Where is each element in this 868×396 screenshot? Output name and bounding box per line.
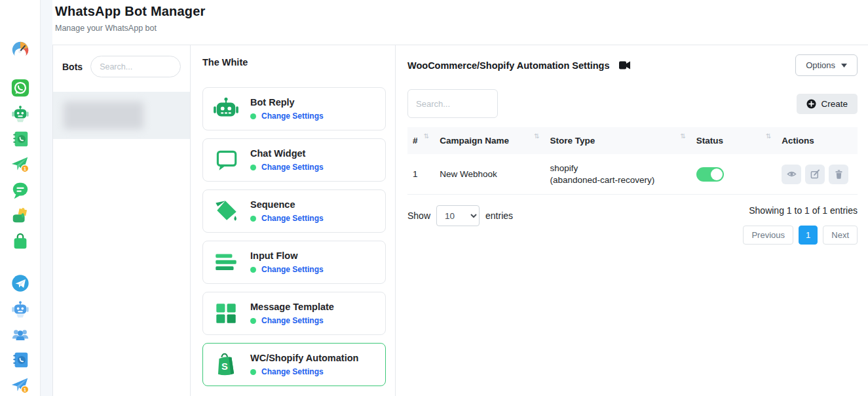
column-header-status[interactable]: Status ⇅ bbox=[691, 127, 777, 154]
menu-card-title: Bot Reply bbox=[250, 97, 324, 108]
change-settings-link[interactable]: Change Settings bbox=[261, 367, 324, 376]
trash-icon bbox=[834, 169, 844, 179]
whatsapp-contacts-icon[interactable] bbox=[10, 129, 31, 149]
sort-icon: ⇅ bbox=[766, 132, 771, 140]
main-content: WhatsApp Bot Manager Manage your WhatsAp… bbox=[52, 0, 868, 396]
create-button-label: Create bbox=[821, 99, 848, 109]
page-1-button[interactable]: 1 bbox=[799, 226, 818, 245]
entries-per-page-select[interactable]: 10 bbox=[436, 205, 480, 226]
menu-card-input-flow[interactable]: Input Flow Change Settings bbox=[202, 241, 386, 284]
pagination: Previous 1 Next bbox=[743, 226, 858, 245]
icon-sidebar: 1 bbox=[0, 0, 41, 396]
bots-search-input[interactable] bbox=[90, 56, 181, 77]
sort-icon: ⇅ bbox=[424, 132, 429, 140]
sequence-icon bbox=[211, 196, 241, 226]
automation-table: # ⇅ Campaign Name ⇅ Store Type ⇅ Status … bbox=[407, 127, 858, 195]
create-button[interactable]: Create bbox=[797, 94, 858, 114]
menu-card-message-template[interactable]: Message Template Change Settings bbox=[202, 292, 386, 335]
column-header-actions: Actions bbox=[776, 127, 858, 154]
chat-widget-icon bbox=[211, 145, 241, 175]
telegram-icon[interactable] bbox=[10, 273, 31, 294]
whatsapp-chat-icon[interactable] bbox=[10, 180, 31, 201]
plus-circle-icon bbox=[806, 99, 816, 109]
sort-icon: ⇅ bbox=[680, 132, 685, 140]
row-index: 1 bbox=[407, 154, 434, 195]
status-dot bbox=[250, 318, 256, 324]
telegram-contacts-icon[interactable] bbox=[10, 349, 31, 370]
bots-panel-label: Bots bbox=[62, 62, 83, 72]
whatsapp-integrations-icon[interactable] bbox=[10, 205, 31, 226]
automation-title: WooCommerce/Shopify Automation Settings bbox=[407, 60, 610, 71]
sort-icon: ⇅ bbox=[534, 132, 539, 140]
delete-button[interactable] bbox=[829, 165, 848, 184]
telegram-group-icon[interactable] bbox=[10, 324, 31, 345]
change-settings-link[interactable]: Change Settings bbox=[261, 265, 324, 274]
table-row: 1 New Webhook shopify (abandoned-cart-re… bbox=[407, 154, 858, 195]
status-dot bbox=[250, 267, 256, 273]
bot-name-redacted bbox=[64, 102, 143, 129]
change-settings-link[interactable]: Change Settings bbox=[261, 163, 324, 172]
page-header: WhatsApp Bot Manager Manage your WhatsAp… bbox=[52, 0, 868, 45]
edit-button[interactable] bbox=[805, 165, 825, 184]
whatsapp-bot-icon[interactable] bbox=[10, 103, 31, 124]
selected-bot-name: The White bbox=[202, 57, 386, 68]
caret-down-icon bbox=[841, 64, 847, 68]
previous-page-button[interactable]: Previous bbox=[743, 226, 793, 245]
options-button[interactable]: Options bbox=[795, 54, 858, 76]
status-dot bbox=[250, 113, 256, 119]
menu-card-title: Message Template bbox=[250, 302, 334, 312]
edit-icon bbox=[810, 169, 820, 179]
dashboard-gauge-icon[interactable] bbox=[10, 39, 31, 60]
entries-label: entries bbox=[485, 210, 513, 221]
message-template-icon bbox=[211, 298, 241, 328]
row-store-type: shopify (abandoned-cart-recovery) bbox=[545, 154, 691, 195]
menu-card-chat-widget[interactable]: Chat Widget Change Settings bbox=[202, 138, 386, 182]
menu-card-title: Chat Widget bbox=[250, 148, 324, 159]
column-header-index[interactable]: # ⇅ bbox=[407, 127, 434, 154]
status-dot bbox=[250, 216, 256, 222]
svg-text:S: S bbox=[221, 361, 228, 372]
menu-card-wc-shopify-automation[interactable]: S WC/Shopify Automation Change Settings bbox=[202, 343, 386, 386]
bot-menu-panel: The White bbox=[191, 45, 396, 396]
status-dot bbox=[250, 369, 256, 375]
view-button[interactable] bbox=[782, 165, 801, 184]
whatsapp-icon[interactable] bbox=[10, 77, 31, 98]
options-button-label: Options bbox=[806, 60, 835, 70]
column-header-campaign-name[interactable]: Campaign Name ⇅ bbox=[434, 127, 544, 154]
eye-icon bbox=[787, 169, 797, 179]
next-page-button[interactable]: Next bbox=[823, 226, 858, 245]
video-tutorial-icon[interactable] bbox=[619, 61, 630, 69]
table-search-input[interactable] bbox=[407, 89, 498, 118]
menu-card-title: Input Flow bbox=[250, 250, 324, 261]
bot-reply-icon bbox=[211, 94, 241, 124]
change-settings-link[interactable]: Change Settings bbox=[261, 214, 324, 223]
svg-text:1: 1 bbox=[23, 166, 26, 172]
telegram-bot-icon[interactable] bbox=[10, 298, 31, 319]
change-settings-link[interactable]: Change Settings bbox=[261, 316, 324, 325]
whatsapp-store-icon[interactable] bbox=[10, 231, 31, 252]
menu-card-bot-reply[interactable]: Bot Reply Change Settings bbox=[202, 87, 386, 130]
menu-card-sequence[interactable]: Sequence Change Settings bbox=[202, 189, 386, 233]
status-dot bbox=[250, 165, 256, 170]
page-title: WhatsApp Bot Manager bbox=[55, 4, 868, 19]
menu-card-title: Sequence bbox=[250, 199, 324, 210]
bots-panel: Bots bbox=[53, 45, 191, 396]
show-label: Show bbox=[407, 210, 430, 221]
page-subtitle: Manage your WhatsApp bot bbox=[55, 24, 868, 33]
change-settings-link[interactable]: Change Settings bbox=[261, 111, 324, 121]
input-flow-icon bbox=[211, 247, 241, 277]
automation-panel: WooCommerce/Shopify Automation Settings … bbox=[396, 45, 868, 396]
telegram-broadcast-icon[interactable]: 1 bbox=[10, 375, 31, 396]
showing-entries-text: Showing 1 to 1 of 1 entries bbox=[743, 205, 858, 216]
status-toggle[interactable] bbox=[696, 167, 724, 182]
shopify-icon: S bbox=[211, 349, 241, 380]
column-header-store-type[interactable]: Store Type ⇅ bbox=[545, 127, 691, 154]
menu-card-title: WC/Shopify Automation bbox=[250, 353, 358, 363]
svg-text:1: 1 bbox=[23, 387, 26, 393]
whatsapp-broadcast-icon[interactable]: 1 bbox=[10, 154, 31, 175]
bot-list-item-selected[interactable] bbox=[53, 92, 190, 139]
row-campaign-name: New Webhook bbox=[434, 154, 544, 195]
